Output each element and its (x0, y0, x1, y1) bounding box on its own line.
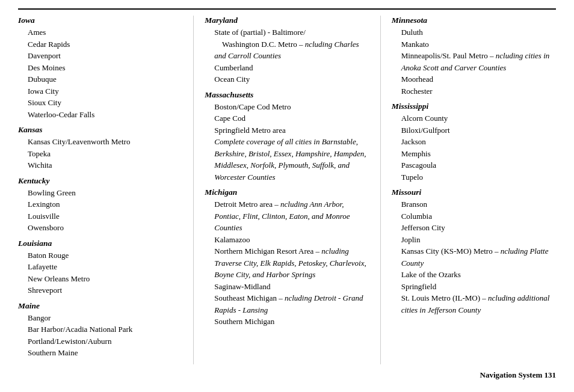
state-header: Louisiana (18, 239, 182, 248)
state-header: Maine (18, 301, 182, 311)
page-header (18, 0, 556, 10)
city-item: Cedar Rapids (18, 38, 182, 51)
city-item: Lexington (18, 198, 182, 210)
city-item: Portland/Lewiston/Auburn (18, 335, 182, 348)
city-item: Southern Michigan (205, 316, 369, 328)
state-header: Minnesota (392, 16, 556, 25)
city-item: Cumberland (205, 62, 369, 74)
city-item: Cape Cod (205, 112, 369, 124)
city-item: Davenport (18, 50, 182, 62)
column-col1: IowaAmesCedar RapidsDavenportDes MoinesD… (18, 16, 194, 364)
city-item: Memphis (392, 148, 556, 160)
city-item: Jackson (392, 136, 556, 148)
state-header: Massachusetts (205, 90, 369, 100)
state-header: Michigan (205, 188, 369, 197)
footer-text: Navigation System 131 (480, 370, 556, 380)
city-item: Dubuque (18, 73, 182, 85)
city-item: Ames (18, 26, 182, 38)
city-item: Northern Michigan Resort Area – ncluding… (205, 245, 369, 281)
city-item: Waterloo-Cedar Falls (18, 109, 182, 121)
city-item: Biloxi/Gulfport (392, 124, 556, 136)
city-item: Columbia (392, 210, 556, 222)
city-item: Iowa City (18, 85, 182, 97)
city-item: Sioux City (18, 97, 182, 109)
city-item: Kansas City (KS-MO) Metro – ncluding Pla… (392, 245, 556, 269)
city-item: Rochester (392, 85, 556, 97)
city-item: Southeast Michigan – ncluding Detroit - … (205, 292, 369, 316)
city-item: Ocean City (205, 73, 369, 85)
city-item: Springfield (392, 281, 556, 293)
city-item: Baton Rouge (18, 250, 182, 262)
city-item: Shreveport (18, 284, 182, 296)
city-item: Minneapolis/St. Paul Metro – ncluding ci… (392, 50, 556, 73)
state-header: Iowa (18, 16, 182, 25)
column-col2: MarylandState of (partial) - Baltimore/ … (194, 16, 380, 364)
city-item: Wichita (18, 159, 182, 171)
city-item: Bangor (18, 312, 182, 324)
state-header: Mississippi (392, 102, 556, 111)
city-item: Detroit Metro area – ncluding Ann Arbor,… (205, 198, 369, 234)
city-item: Bar Harbor/Acadia National Park (18, 323, 182, 335)
city-item: Moorhead (392, 73, 556, 85)
content-columns: IowaAmesCedar RapidsDavenportDes MoinesD… (18, 16, 556, 364)
state-header: Kentucky (18, 176, 182, 186)
city-item: Southern Maine (18, 347, 182, 359)
city-item: Complete coverage of all cities in Barns… (205, 136, 369, 183)
state-header: Missouri (392, 188, 556, 197)
city-item: Saginaw-Midland (205, 281, 369, 293)
city-item: Joplin (392, 234, 556, 246)
city-item: Alcorn County (392, 112, 556, 124)
city-item: Mankato (392, 38, 556, 51)
city-item: Duluth (392, 26, 556, 38)
city-item: Springfield Metro area (205, 124, 369, 136)
city-item: Bowling Green (18, 187, 182, 199)
column-col3: MinnesotaDuluthMankatoMinneapolis/St. Pa… (381, 16, 556, 364)
city-item: State of (partial) - Baltimore/ Washingt… (205, 26, 369, 62)
city-item: St. Louis Metro (IL-MO) – ncluding addit… (392, 292, 556, 316)
city-item: Lafayette (18, 261, 182, 273)
city-item: Lake of the Ozarks (392, 269, 556, 281)
page: IowaAmesCedar RapidsDavenportDes MoinesD… (0, 0, 574, 392)
city-item: Tupelo (392, 171, 556, 183)
state-header: Kansas (18, 125, 182, 135)
city-item: Boston/Cape Cod Metro (205, 101, 369, 113)
city-item: Pascagoula (392, 159, 556, 171)
city-item: Topeka (18, 148, 182, 160)
city-item: New Orleans Metro (18, 273, 182, 285)
city-item: Branson (392, 198, 556, 210)
city-item: Des Moines (18, 62, 182, 74)
page-footer: Navigation System 131 (18, 367, 556, 380)
city-item: Jefferson City (392, 222, 556, 234)
city-item: Kansas City/Leavenworth Metro (18, 136, 182, 148)
city-item: Louisville (18, 210, 182, 222)
city-item: Kalamazoo (205, 234, 369, 246)
city-item: Owensboro (18, 222, 182, 234)
state-header: Maryland (205, 16, 369, 25)
